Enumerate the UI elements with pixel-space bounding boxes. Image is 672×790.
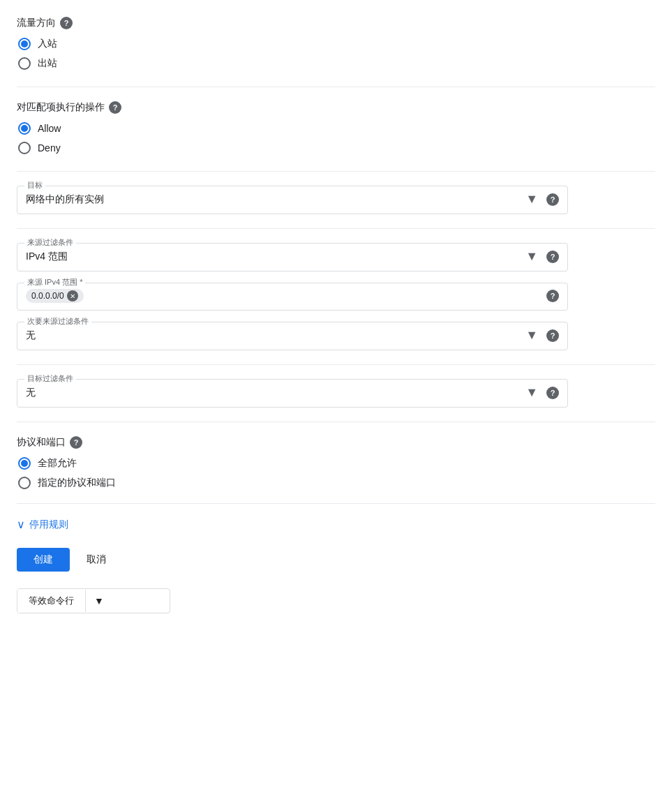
- radio-specified[interactable]: 指定的协议和端口: [18, 477, 655, 489]
- divider-1: [17, 87, 655, 87]
- radio-specified-circle[interactable]: [18, 477, 31, 489]
- radio-outbound-label: 出站: [38, 57, 57, 70]
- secondary-source-filter-dropdown-icon[interactable]: ▼: [525, 328, 538, 343]
- divider-6: [17, 503, 655, 504]
- radio-inbound[interactable]: 入站: [18, 38, 655, 50]
- source-filter-field-row: IPv4 范围 ▼ ?: [26, 249, 559, 264]
- action-title: 对匹配项执行的操作 ?: [17, 101, 655, 114]
- equiv-cmd-container: 等效命令行 ▼: [17, 588, 170, 613]
- traffic-direction-section: 流量方向 ? 入站 出站: [17, 17, 655, 70]
- traffic-direction-title: 流量方向 ?: [17, 17, 655, 29]
- target-field: 目标 网络中的所有实例 ▼ ?: [17, 186, 568, 214]
- create-button[interactable]: 创建: [17, 548, 70, 572]
- traffic-direction-help-icon[interactable]: ?: [60, 17, 73, 29]
- destination-filter-row: 无 ▼ ?: [26, 385, 559, 400]
- source-ipv4-field-row: 0.0.0.0/0 ✕ ?: [26, 289, 559, 303]
- target-field-row: 网络中的所有实例 ▼ ?: [26, 192, 559, 207]
- cancel-button[interactable]: 取消: [81, 548, 112, 572]
- source-ipv4-tag-close[interactable]: ✕: [67, 290, 78, 301]
- protocol-label: 协议和端口: [17, 436, 66, 449]
- destination-filter-value: 无: [26, 387, 525, 399]
- target-dropdown-icon[interactable]: ▼: [525, 192, 538, 207]
- source-filter-field: 来源过滤条件 IPv4 范围 ▼ ?: [17, 243, 568, 271]
- equiv-cmd-label: 等效命令行: [17, 589, 85, 613]
- source-filter-field-label: 来源过滤条件: [24, 237, 76, 248]
- secondary-source-filter-help-icon[interactable]: ?: [546, 329, 559, 342]
- divider-2: [17, 171, 655, 172]
- target-field-value: 网络中的所有实例: [26, 193, 525, 206]
- radio-allow-circle[interactable]: [18, 122, 31, 135]
- source-ipv4-help-icon[interactable]: ?: [546, 290, 559, 302]
- destination-filter-help-icon[interactable]: ?: [546, 387, 559, 399]
- equiv-cmd-chevron-icon: ▼: [94, 595, 104, 606]
- source-filter-dropdown-icon[interactable]: ▼: [525, 249, 538, 264]
- radio-inbound-label: 入站: [38, 38, 57, 50]
- radio-outbound[interactable]: 出站: [18, 57, 655, 70]
- protocol-radio-group: 全部允许 指定的协议和端口: [18, 457, 655, 489]
- protocol-help-icon[interactable]: ?: [70, 436, 82, 449]
- divider-5: [17, 422, 655, 422]
- source-ipv4-field: 来源 IPv4 范围 0.0.0.0/0 ✕ ?: [17, 283, 568, 311]
- radio-deny-circle[interactable]: [18, 142, 31, 154]
- action-label: 对匹配项执行的操作: [17, 101, 105, 114]
- disable-rule-link[interactable]: ∨ 停用规则: [17, 518, 655, 531]
- source-ipv4-tag-value: 0.0.0.0/0: [31, 291, 64, 301]
- divider-4: [17, 364, 655, 365]
- destination-filter-icons: ▼ ?: [525, 385, 559, 400]
- source-ipv4-field-label: 来源 IPv4 范围: [24, 277, 85, 288]
- action-help-icon[interactable]: ?: [109, 101, 121, 114]
- action-section: 对匹配项执行的操作 ? Allow Deny: [17, 101, 655, 154]
- chevron-down-icon: ∨: [17, 518, 25, 531]
- equiv-cmd-dropdown[interactable]: ▼: [85, 590, 112, 612]
- radio-specified-label: 指定的协议和端口: [38, 477, 116, 489]
- target-help-icon[interactable]: ?: [546, 193, 559, 206]
- radio-inbound-circle[interactable]: [18, 38, 31, 50]
- protocol-section: 协议和端口 ? 全部允许 指定的协议和端口: [17, 436, 655, 489]
- disable-rule-label: 停用规则: [29, 519, 68, 531]
- target-field-icons: ▼ ?: [525, 192, 559, 207]
- secondary-source-filter-field: 次要来源过滤条件 无 ▼ ?: [17, 322, 568, 350]
- radio-allow-all[interactable]: 全部允许: [18, 457, 655, 470]
- destination-filter-field: 目标过滤条件 无 ▼ ?: [17, 379, 568, 408]
- destination-filter-dropdown-icon[interactable]: ▼: [525, 385, 538, 400]
- traffic-direction-label: 流量方向: [17, 17, 56, 29]
- source-ipv4-field-icons: ?: [546, 290, 559, 302]
- radio-deny-label: Deny: [38, 142, 61, 154]
- protocol-title: 协议和端口 ?: [17, 436, 655, 449]
- source-ipv4-tag: 0.0.0.0/0 ✕: [26, 289, 84, 303]
- secondary-source-filter-row: 无 ▼ ?: [26, 328, 559, 343]
- target-field-label: 目标: [24, 180, 45, 191]
- radio-deny[interactable]: Deny: [18, 142, 655, 154]
- radio-outbound-circle[interactable]: [18, 57, 31, 70]
- action-buttons: 创建 取消: [17, 548, 655, 572]
- radio-allow[interactable]: Allow: [18, 122, 655, 135]
- source-filter-help-icon[interactable]: ?: [546, 251, 559, 263]
- action-radio-group: Allow Deny: [18, 122, 655, 154]
- traffic-direction-radio-group: 入站 出站: [18, 38, 655, 70]
- source-ipv4-tags: 0.0.0.0/0 ✕: [26, 289, 546, 303]
- divider-3: [17, 228, 655, 229]
- secondary-source-filter-icons: ▼ ?: [525, 328, 559, 343]
- secondary-source-filter-value: 无: [26, 329, 525, 342]
- destination-filter-label: 目标过滤条件: [24, 373, 76, 384]
- source-filter-field-icons: ▼ ?: [525, 249, 559, 264]
- radio-allow-all-circle[interactable]: [18, 457, 31, 470]
- secondary-source-filter-label: 次要来源过滤条件: [24, 316, 91, 327]
- source-filter-field-value: IPv4 范围: [26, 251, 525, 263]
- radio-allow-label: Allow: [38, 123, 61, 134]
- radio-allow-all-label: 全部允许: [38, 457, 77, 470]
